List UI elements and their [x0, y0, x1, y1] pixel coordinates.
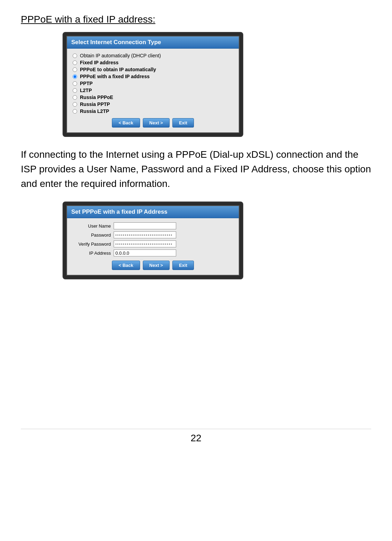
password-label: Password — [73, 232, 111, 238]
ip-label: IP Address — [73, 251, 111, 256]
dialog-2-titlebar: Set PPPoE with a fixed IP Address — [67, 206, 239, 218]
radio-option-8[interactable]: Russia PPTP — [73, 101, 233, 107]
radio-label-5: PPTP — [80, 81, 93, 86]
dialog-1-body: Obtain IP automatically (DHCP client) Fi… — [67, 49, 239, 132]
radio-fixed-ip[interactable] — [73, 60, 77, 65]
back-button-2[interactable]: < Back — [112, 261, 140, 270]
page-title: PPPoE with a fixed IP address: — [21, 14, 371, 25]
radio-option-7[interactable]: Russia PPPoE — [73, 95, 233, 100]
verify-password-label: Verify Password — [73, 241, 111, 247]
radio-pppoe-fixed[interactable] — [73, 74, 77, 79]
radio-label-2: Fixed IP address — [80, 60, 119, 65]
screenshot-2: Set PPPoE with a fixed IP Address User N… — [63, 202, 243, 279]
radio-option-1[interactable]: Obtain IP automatically (DHCP client) — [73, 53, 233, 58]
screenshot-1: Select Internet Connection Type Obtain I… — [63, 32, 243, 137]
radio-option-9[interactable]: Russia L2TP — [73, 108, 233, 114]
dialog-2-body: User Name Password Verify Password IP Ad… — [67, 218, 239, 275]
radio-dhcp[interactable] — [73, 54, 77, 58]
radio-pptp[interactable] — [73, 81, 77, 86]
radio-option-4[interactable]: PPPoE with a fixed IP address — [73, 74, 233, 79]
back-button-1[interactable]: < Back — [112, 118, 140, 128]
next-button-2[interactable]: Next > — [143, 261, 170, 270]
radio-label-9: Russia L2TP — [80, 108, 109, 114]
dialog-2-buttons: < Back Next > Exit — [73, 261, 233, 271]
radio-option-2[interactable]: Fixed IP address — [73, 60, 233, 65]
password-input[interactable] — [114, 231, 176, 238]
ip-input[interactable] — [114, 249, 176, 256]
radio-option-6[interactable]: L2TP — [73, 88, 233, 93]
radio-label-6: L2TP — [80, 88, 92, 93]
body-text: If connecting to the Internet using a PP… — [21, 147, 371, 191]
radio-russia-l2tp[interactable] — [73, 109, 77, 114]
dialog-1-buttons: < Back Next > Exit — [73, 118, 233, 129]
radio-russia-pptp[interactable] — [73, 102, 77, 107]
next-button-1[interactable]: Next > — [143, 118, 170, 128]
form-row-password: Password — [73, 231, 233, 238]
radio-russia-pppoe[interactable] — [73, 95, 77, 100]
radio-label-8: Russia PPTP — [80, 101, 110, 107]
page-number: 22 — [190, 433, 201, 443]
radio-label-1: Obtain IP automatically (DHCP client) — [80, 53, 161, 58]
verify-password-input[interactable] — [114, 240, 176, 247]
username-input[interactable] — [114, 222, 176, 229]
exit-button-2[interactable]: Exit — [172, 261, 194, 270]
dialog-2-container: Set PPPoE with a fixed IP Address User N… — [66, 205, 239, 276]
radio-l2tp[interactable] — [73, 88, 77, 93]
dialog-1-titlebar: Select Internet Connection Type — [67, 36, 239, 49]
radio-label-4: PPPoE with a fixed IP address — [80, 74, 149, 79]
radio-label-7: Russia PPPoE — [80, 95, 113, 100]
radio-option-5[interactable]: PPTP — [73, 81, 233, 86]
form-row-verify-password: Verify Password — [73, 240, 233, 247]
form-row-ip: IP Address — [73, 249, 233, 256]
radio-label-3: PPPoE to obtain IP automatically — [80, 67, 156, 72]
dialog-1-container: Select Internet Connection Type Obtain I… — [66, 36, 239, 133]
form-row-username: User Name — [73, 222, 233, 229]
username-label: User Name — [73, 223, 111, 229]
exit-button-1[interactable]: Exit — [172, 118, 194, 128]
radio-pppoe-auto[interactable] — [73, 67, 77, 72]
radio-option-3[interactable]: PPPoE to obtain IP automatically — [73, 67, 233, 72]
